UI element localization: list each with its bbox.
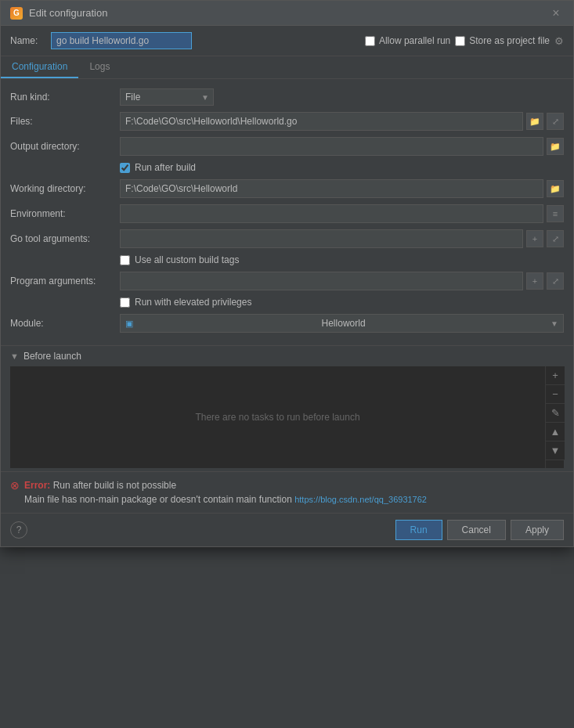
before-launch-empty-text: There are no tasks to run before launch xyxy=(10,366,545,468)
files-control: 📁 ⤢ xyxy=(120,112,564,131)
output-directory-control: 📁 xyxy=(120,137,564,156)
error-detail: Main file has non-main package or doesn'… xyxy=(24,494,292,505)
name-input[interactable] xyxy=(51,32,192,49)
run-after-build-row: Run after build xyxy=(1,159,573,176)
module-control: ▣ Helloworld ▼ xyxy=(120,314,564,333)
before-launch-title: Before launch xyxy=(23,351,81,362)
run-kind-select[interactable]: File Package Directory xyxy=(120,88,214,106)
run-kind-control: File Package Directory ▼ xyxy=(120,88,564,106)
files-label: Files: xyxy=(10,116,120,127)
module-row: Module: ▣ Helloworld ▼ xyxy=(1,311,573,336)
gear-icon[interactable]: ⚙ xyxy=(554,35,564,47)
title-bar: G Edit configuration × xyxy=(1,1,573,26)
run-elevated-checkbox[interactable] xyxy=(120,297,130,308)
module-label: Module: xyxy=(10,318,120,329)
working-directory-control: 📁 xyxy=(120,179,564,198)
chevron-down-icon: ▼ xyxy=(10,351,19,361)
edit-configuration-dialog: G Edit configuration × Name: Allow paral… xyxy=(0,0,574,547)
error-bold: Error: Run after build is not possible xyxy=(24,480,176,491)
program-arguments-row: Program arguments: + ⤢ xyxy=(1,268,573,294)
cancel-button[interactable]: Cancel xyxy=(447,520,506,540)
files-folder-button[interactable]: 📁 xyxy=(526,113,543,130)
output-folder-button[interactable]: 📁 xyxy=(547,138,564,155)
configuration-content: Run kind: File Package Directory ▼ Files… xyxy=(1,79,573,342)
dialog-title: Edit configuration xyxy=(29,7,107,19)
output-directory-row: Output directory: 📁 xyxy=(1,134,573,159)
action-buttons: Run Cancel Apply xyxy=(395,520,564,540)
app-icon: G xyxy=(10,7,23,20)
run-kind-select-wrapper: File Package Directory ▼ xyxy=(120,88,214,106)
module-value: Helloworld xyxy=(322,318,366,329)
before-launch-header[interactable]: ▼ Before launch xyxy=(1,346,573,366)
name-row: Name: Allow parallel run Store as projec… xyxy=(1,26,573,56)
before-launch-up-button[interactable]: ▲ xyxy=(546,423,565,441)
environment-label: Environment: xyxy=(10,208,120,219)
module-dropdown-arrow-icon: ▼ xyxy=(551,319,558,328)
environment-row: Environment: ≡ xyxy=(1,201,573,226)
module-icon: ▣ xyxy=(125,319,133,329)
go-tool-arguments-label: Go tool arguments: xyxy=(10,233,120,244)
error-icon: ⊗ xyxy=(10,479,20,492)
run-after-build-checkbox[interactable] xyxy=(120,163,130,173)
output-directory-input[interactable] xyxy=(120,137,543,156)
title-bar-left: G Edit configuration xyxy=(10,7,107,20)
apply-button[interactable]: Apply xyxy=(511,520,564,540)
store-project-label: Store as project file xyxy=(455,35,550,46)
go-tool-expand-button[interactable]: ⤢ xyxy=(547,230,564,247)
error-line: ⊗ Error: Run after build is not possible… xyxy=(10,478,564,506)
custom-build-tags-row: Use all custom build tags xyxy=(1,251,573,268)
before-launch-section: ▼ Before launch There are no tasks to ru… xyxy=(1,345,573,468)
go-tool-add-button[interactable]: + xyxy=(526,230,543,247)
program-arguments-control: + ⤢ xyxy=(120,272,564,290)
run-kind-label: Run kind: xyxy=(10,92,120,103)
close-button[interactable]: × xyxy=(548,5,564,21)
run-kind-row: Run kind: File Package Directory ▼ xyxy=(1,85,573,109)
error-text: Error: Run after build is not possible M… xyxy=(24,478,427,506)
module-dropdown[interactable]: ▣ Helloworld ▼ xyxy=(120,314,564,333)
environment-control: ≡ xyxy=(120,204,564,223)
files-row: Files: 📁 ⤢ xyxy=(1,109,573,134)
before-launch-actions: + − ✎ ▲ ▼ xyxy=(545,366,564,468)
working-folder-button[interactable]: 📁 xyxy=(547,180,564,197)
tabs: Configuration Logs xyxy=(1,56,573,79)
program-args-add-button[interactable]: + xyxy=(526,272,543,290)
error-row: ⊗ Error: Run after build is not possible… xyxy=(1,471,573,513)
help-button[interactable]: ? xyxy=(10,521,27,539)
allow-parallel-label: Allow parallel run xyxy=(365,35,450,46)
program-arguments-input[interactable] xyxy=(120,272,523,290)
watermark-text: https://blog.csdn.net/qq_36931762 xyxy=(294,495,427,504)
files-input[interactable] xyxy=(120,112,523,131)
before-launch-remove-button[interactable]: − xyxy=(546,385,565,404)
run-elevated-row: Run with elevated privileges xyxy=(1,294,573,311)
go-tool-arguments-row: Go tool arguments: + ⤢ xyxy=(1,226,573,251)
environment-input[interactable] xyxy=(120,204,543,223)
header-options: Allow parallel run Store as project file… xyxy=(365,35,564,47)
go-tool-arguments-input[interactable] xyxy=(120,229,523,248)
working-directory-label: Working directory: xyxy=(10,183,120,194)
run-elevated-label: Run with elevated privileges xyxy=(135,297,251,308)
run-button[interactable]: Run xyxy=(395,520,442,540)
output-directory-label: Output directory: xyxy=(10,141,120,152)
go-tool-arguments-control: + ⤢ xyxy=(120,229,564,248)
bottom-bar: ? Run Cancel Apply xyxy=(1,513,573,546)
working-directory-row: Working directory: 📁 xyxy=(1,176,573,201)
store-project-checkbox[interactable] xyxy=(455,36,465,46)
custom-build-tags-label: Use all custom build tags xyxy=(135,254,239,265)
run-after-build-label: Run after build xyxy=(135,162,196,173)
program-arguments-label: Program arguments: xyxy=(10,276,120,287)
before-launch-add-button[interactable]: + xyxy=(546,366,565,385)
tab-configuration[interactable]: Configuration xyxy=(1,56,78,78)
allow-parallel-checkbox[interactable] xyxy=(365,36,375,46)
name-label: Name: xyxy=(10,35,42,46)
before-launch-down-button[interactable]: ▼ xyxy=(546,441,565,460)
program-args-expand-button[interactable]: ⤢ xyxy=(547,272,564,290)
files-expand-button[interactable]: ⤢ xyxy=(547,113,564,130)
before-launch-body: There are no tasks to run before launch … xyxy=(10,366,564,468)
environment-edit-button[interactable]: ≡ xyxy=(547,205,564,222)
custom-build-tags-checkbox[interactable] xyxy=(120,255,130,265)
before-launch-edit-button[interactable]: ✎ xyxy=(546,404,565,423)
working-directory-input[interactable] xyxy=(120,179,543,198)
tab-logs[interactable]: Logs xyxy=(78,56,121,78)
